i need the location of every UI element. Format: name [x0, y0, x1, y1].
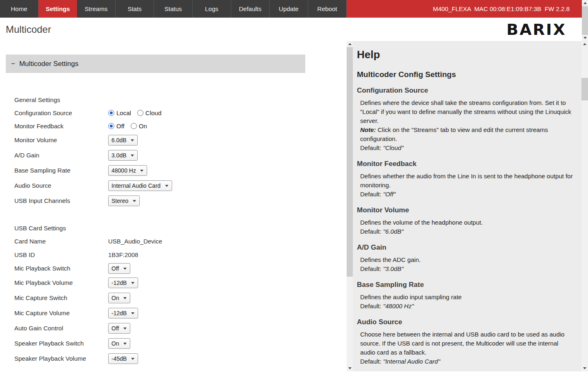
- field-row-speaker-playback-volume: Speaker Playback Volume -45dB: [14, 351, 347, 366]
- speaker-playback-switch-select-wrap: On: [108, 338, 130, 349]
- auto-gain-control-select[interactable]: Off: [108, 323, 130, 334]
- top-frame-scrollbar[interactable]: [582, 0, 588, 41]
- tab-home[interactable]: Home: [0, 0, 39, 18]
- field-label: Monitor Volume: [14, 136, 108, 143]
- speaker-playback-volume-select[interactable]: -45dB: [108, 353, 138, 364]
- field-row-configuration-source: Configuration Source Local Cloud: [14, 106, 347, 119]
- help-section-title: Configuration Source: [357, 86, 570, 95]
- settings-pane-scrollbar[interactable]: [347, 41, 353, 371]
- help-section-monitor-feedback: Monitor Feedback Defines whether the aud…: [357, 160, 570, 199]
- help-section-body: Defines the audio input sampling rate: [360, 293, 573, 302]
- help-section-title: Audio Source: [357, 318, 570, 326]
- help-section-note: Note: Click on the "Streams" tab to view…: [360, 125, 573, 143]
- settings-form: General Settings Configuration Source Lo…: [14, 93, 347, 366]
- field-row-speaker-playback-switch: Speaker Playback Switch On: [14, 336, 347, 351]
- scroll-up-button[interactable]: [581, 41, 588, 47]
- help-section-title: Monitor Volume: [357, 206, 570, 214]
- mic-capture-volume-select[interactable]: -12dB: [108, 308, 138, 318]
- scroll-down-button[interactable]: [347, 365, 353, 371]
- help-pane-scrollbar[interactable]: [581, 41, 588, 371]
- field-label: Monitor Feedback: [14, 123, 108, 130]
- ad-gain-select-wrap: 3.0dB: [108, 150, 138, 161]
- configuration-source-radio-group: Local Cloud: [108, 109, 161, 116]
- field-row-usb-input-channels: USB Input Channels Stereo: [14, 193, 347, 208]
- mic-capture-switch-select[interactable]: On: [108, 293, 130, 303]
- arrow-down-icon: [348, 367, 352, 369]
- scroll-down-button[interactable]: [582, 35, 588, 41]
- field-label: Audio Source: [14, 182, 108, 189]
- field-row-mic-playback-switch: Mic Playback Switch Off: [14, 262, 347, 275]
- help-section-title: A/D Gain: [357, 243, 570, 252]
- scroll-thumb[interactable]: [582, 6, 588, 35]
- usb-input-channels-select-wrap: Stereo: [108, 196, 140, 206]
- collapse-icon[interactable]: −: [11, 60, 15, 68]
- field-row-monitor-feedback: Monitor Feedback Off On: [14, 119, 347, 132]
- multicoder-settings-section-header[interactable]: − Multicoder Settings: [6, 55, 305, 73]
- configuration-source-local-radio[interactable]: [108, 110, 114, 116]
- nav-spacer: [347, 0, 433, 18]
- help-section-default: Default: "Internal Audio Card": [360, 357, 573, 366]
- usb-input-channels-select[interactable]: Stereo: [108, 196, 140, 206]
- scroll-thumb[interactable]: [347, 47, 353, 277]
- tab-defaults[interactable]: Defaults: [231, 0, 270, 18]
- tab-logs[interactable]: Logs: [193, 0, 231, 18]
- base-sampling-rate-select[interactable]: 48000 Hz: [108, 165, 147, 176]
- speaker-playback-switch-select[interactable]: On: [108, 338, 130, 349]
- scroll-thumb[interactable]: [581, 78, 588, 100]
- main-nav: Home Settings Streams Stats Status Logs …: [0, 0, 582, 18]
- section-title: Multicoder Settings: [19, 60, 79, 68]
- help-section-audio-source: Audio Source Choose here between the int…: [357, 318, 570, 366]
- field-label: USB ID: [14, 251, 108, 258]
- radio-label-off: Off: [116, 123, 125, 130]
- tab-settings[interactable]: Settings: [39, 0, 77, 18]
- configuration-source-cloud-radio[interactable]: [137, 110, 143, 116]
- mic-playback-switch-select[interactable]: Off: [108, 263, 130, 274]
- page-title: Multicoder: [6, 24, 51, 35]
- ad-gain-select[interactable]: 3.0dB: [108, 150, 138, 161]
- barix-logo: BARIX: [506, 20, 566, 39]
- tab-status[interactable]: Status: [154, 0, 193, 18]
- mic-playback-switch-select-wrap: Off: [108, 263, 130, 274]
- tab-streams[interactable]: Streams: [77, 0, 116, 18]
- help-section-title: Monitor Feedback: [357, 160, 570, 168]
- device-info: M400_FLEXA MAC 00:08:E1:09:B7:3B FW 2.2.…: [433, 0, 582, 18]
- auto-gain-control-select-wrap: Off: [108, 323, 130, 334]
- field-label: Mic Playback Volume: [14, 279, 108, 286]
- scroll-up-button[interactable]: [347, 41, 353, 47]
- audio-source-select[interactable]: Internal Audio Card: [108, 180, 172, 191]
- field-label: Speaker Playback Switch: [14, 340, 108, 347]
- monitor-feedback-off-radio[interactable]: [108, 123, 114, 129]
- arrow-down-icon: [583, 367, 586, 369]
- monitor-feedback-on-radio[interactable]: [131, 123, 137, 129]
- field-label: Auto Gain Control: [14, 325, 108, 332]
- help-section-base-sampling-rate: Base Sampling Rate Defines the audio inp…: [357, 281, 570, 311]
- help-subtitle: Multicoder Config Settings: [357, 70, 570, 79]
- scroll-down-button[interactable]: [581, 365, 588, 371]
- card-name-value: USB_Audio_Device: [108, 238, 162, 245]
- field-row-card-name: Card Name USB_Audio_Device: [14, 234, 347, 248]
- help-title: Help: [357, 48, 570, 61]
- tab-stats[interactable]: Stats: [116, 0, 154, 18]
- monitor-feedback-radio-group: Off On: [108, 123, 147, 130]
- field-row-ad-gain: A/D Gain 3.0dB: [14, 148, 347, 163]
- arrow-down-icon: [583, 37, 587, 39]
- field-label: Base Sampling Rate: [14, 167, 108, 174]
- help-section-monitor-volume: Monitor Volume Defines the volume of the…: [357, 206, 570, 236]
- monitor-volume-select[interactable]: 6.0dB: [108, 135, 138, 146]
- field-row-mic-capture-switch: Mic Capture Switch On: [14, 290, 347, 305]
- usb-id-value: 1B3F:2008: [108, 251, 138, 258]
- field-row-usb-id: USB ID 1B3F:2008: [14, 248, 347, 262]
- speaker-playback-volume-select-wrap: -45dB: [108, 353, 138, 364]
- field-row-monitor-volume: Monitor Volume 6.0dB: [14, 132, 347, 148]
- help-section-default: Default: "Cloud": [360, 143, 573, 152]
- page-header: Multicoder BARIX: [0, 18, 582, 41]
- scroll-up-button[interactable]: [582, 0, 588, 6]
- help-section-default: Default: "6.0dB": [360, 227, 573, 236]
- field-row-auto-gain-control: Auto Gain Control Off: [14, 321, 347, 336]
- mic-capture-volume-select-wrap: -12dB: [108, 308, 138, 318]
- tab-reboot[interactable]: Reboot: [308, 0, 347, 18]
- mic-playback-volume-select[interactable]: -12dB: [108, 277, 138, 288]
- tab-update[interactable]: Update: [270, 0, 308, 18]
- field-row-mic-capture-volume: Mic Capture Volume -12dB: [14, 305, 347, 321]
- monitor-volume-select-wrap: 6.0dB: [108, 135, 138, 146]
